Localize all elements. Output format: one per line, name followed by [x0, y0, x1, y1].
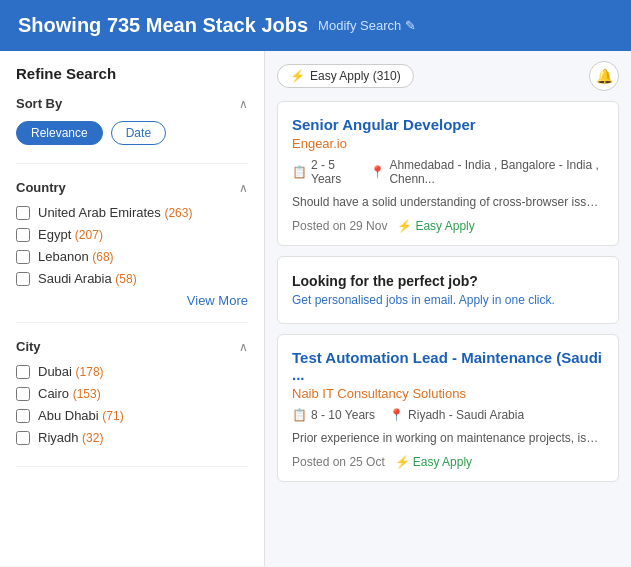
- city-riyadh-count: (32): [82, 431, 103, 445]
- city-cairo-count: (153): [73, 387, 101, 401]
- job-exp-1: 📋 2 - 5 Years: [292, 158, 356, 186]
- country-egypt-count: (207): [75, 228, 103, 242]
- job-title-2[interactable]: Test Automation Lead - Maintenance (Saud…: [292, 349, 604, 383]
- page-title: Showing 735 Mean Stack Jobs: [18, 14, 308, 37]
- country-uae-checkbox[interactable]: [16, 206, 30, 220]
- notification-button[interactable]: 🔔: [589, 61, 619, 91]
- job-posted-2: Posted on 25 Oct: [292, 455, 385, 469]
- location-icon-2: 📍: [389, 408, 404, 422]
- job-exp-value-2: 8 - 10 Years: [311, 408, 375, 422]
- company-name-1[interactable]: Engear.io: [292, 136, 604, 151]
- country-uae[interactable]: United Arab Emirates (263): [16, 205, 248, 220]
- country-lebanon-checkbox[interactable]: [16, 250, 30, 264]
- sort-by-section: Sort By ∧ Relevance Date: [16, 96, 248, 164]
- job-meta-1: 📋 2 - 5 Years 📍 Ahmedabad - India , Bang…: [292, 158, 604, 186]
- easy-apply-chip-label: Easy Apply (310): [310, 69, 401, 83]
- job-card-2: Test Automation Lead - Maintenance (Saud…: [277, 334, 619, 482]
- city-abudhabi-label: Abu Dhabi (71): [38, 408, 124, 423]
- city-cairo-label: Cairo (153): [38, 386, 101, 401]
- sort-by-label: Sort By: [16, 96, 62, 111]
- location-icon-1: 📍: [370, 165, 385, 179]
- country-lebanon-label: Lebanon (68): [38, 249, 114, 264]
- bell-icon: 🔔: [596, 68, 613, 84]
- ea-icon-1: ⚡: [397, 219, 412, 233]
- city-cairo-checkbox[interactable]: [16, 387, 30, 401]
- job-footer-2: Posted on 25 Oct ⚡ Easy Apply: [292, 455, 604, 469]
- country-uae-label: United Arab Emirates (263): [38, 205, 192, 220]
- promo-title: Looking for the perfect job?: [292, 273, 604, 289]
- easy-apply-chip-icon: ⚡: [290, 69, 305, 83]
- modify-search-link[interactable]: Modify Search ✎: [318, 18, 416, 33]
- country-egypt-checkbox[interactable]: [16, 228, 30, 242]
- company-name-2[interactable]: Naib IT Consultancy Solutions: [292, 386, 604, 401]
- country-egypt-label: Egypt (207): [38, 227, 103, 242]
- pencil-icon: ✎: [405, 18, 416, 33]
- city-abudhabi[interactable]: Abu Dhabi (71): [16, 408, 248, 423]
- country-uae-count: (263): [164, 206, 192, 220]
- country-saudi-checkbox[interactable]: [16, 272, 30, 286]
- sort-buttons: Relevance Date: [16, 121, 248, 145]
- job-loc-1: 📍 Ahmedabad - India , Bangalore - India …: [370, 158, 604, 186]
- city-header: City ∧: [16, 339, 248, 354]
- right-panel: ⚡ Easy Apply (310) 🔔 Senior Angular Deve…: [265, 51, 631, 566]
- city-riyadh-label: Riyadh (32): [38, 430, 103, 445]
- sort-chevron-icon: ∧: [239, 97, 248, 111]
- main-layout: Refine Search Sort By ∧ Relevance Date C…: [0, 51, 631, 566]
- sort-by-header: Sort By ∧: [16, 96, 248, 111]
- promo-desc: Get personalised jobs in email. Apply in…: [292, 293, 604, 307]
- city-dubai[interactable]: Dubai (178): [16, 364, 248, 379]
- city-chevron-icon: ∧: [239, 340, 248, 354]
- city-dubai-count: (178): [76, 365, 104, 379]
- job-title-1[interactable]: Senior Angular Developer: [292, 116, 604, 133]
- city-dubai-label: Dubai (178): [38, 364, 104, 379]
- job-card-1: Senior Angular Developer Engear.io 📋 2 -…: [277, 101, 619, 246]
- city-section: City ∧ Dubai (178) Cairo (153) Abu Dhabi…: [16, 339, 248, 467]
- ea-icon-2: ⚡: [395, 455, 410, 469]
- easy-apply-filter-chip[interactable]: ⚡ Easy Apply (310): [277, 64, 414, 88]
- easy-apply-badge-1: ⚡ Easy Apply: [397, 219, 474, 233]
- city-riyadh-checkbox[interactable]: [16, 431, 30, 445]
- job-desc-2: Prior experience in working on maintenan…: [292, 429, 604, 447]
- job-exp-2: 📋 8 - 10 Years: [292, 408, 375, 422]
- sidebar-title: Refine Search: [16, 65, 248, 82]
- city-cairo[interactable]: Cairo (153): [16, 386, 248, 401]
- job-posted-1: Posted on 29 Nov: [292, 219, 387, 233]
- filter-bar: ⚡ Easy Apply (310) 🔔: [277, 61, 619, 91]
- city-dubai-checkbox[interactable]: [16, 365, 30, 379]
- job-exp-value-1: 2 - 5 Years: [311, 158, 356, 186]
- job-loc-value-2: Riyadh - Saudi Arabia: [408, 408, 524, 422]
- job-meta-2: 📋 8 - 10 Years 📍 Riyadh - Saudi Arabia: [292, 408, 604, 422]
- city-abudhabi-count: (71): [102, 409, 123, 423]
- sort-date-button[interactable]: Date: [111, 121, 166, 145]
- country-saudi[interactable]: Saudi Arabia (58): [16, 271, 248, 286]
- country-saudi-count: (58): [115, 272, 136, 286]
- job-footer-1: Posted on 29 Nov ⚡ Easy Apply: [292, 219, 604, 233]
- country-lebanon[interactable]: Lebanon (68): [16, 249, 248, 264]
- city-abudhabi-checkbox[interactable]: [16, 409, 30, 423]
- city-label: City: [16, 339, 41, 354]
- country-section: Country ∧ United Arab Emirates (263) Egy…: [16, 180, 248, 323]
- country-view-more-link[interactable]: View More: [16, 293, 248, 308]
- job-desc-1: Should have a solid understanding of cro…: [292, 193, 604, 211]
- country-lebanon-count: (68): [92, 250, 113, 264]
- easy-apply-badge-2: ⚡ Easy Apply: [395, 455, 472, 469]
- city-riyadh[interactable]: Riyadh (32): [16, 430, 248, 445]
- briefcase-icon-1: 📋: [292, 165, 307, 179]
- promo-card: Looking for the perfect job? Get persona…: [277, 256, 619, 324]
- sidebar: Refine Search Sort By ∧ Relevance Date C…: [0, 51, 265, 566]
- sort-relevance-button[interactable]: Relevance: [16, 121, 103, 145]
- page-header: Showing 735 Mean Stack Jobs Modify Searc…: [0, 0, 631, 51]
- job-loc-2: 📍 Riyadh - Saudi Arabia: [389, 408, 524, 422]
- job-loc-value-1: Ahmedabad - India , Bangalore - India , …: [389, 158, 604, 186]
- country-header: Country ∧: [16, 180, 248, 195]
- country-saudi-label: Saudi Arabia (58): [38, 271, 137, 286]
- country-egypt[interactable]: Egypt (207): [16, 227, 248, 242]
- country-chevron-icon: ∧: [239, 181, 248, 195]
- briefcase-icon-2: 📋: [292, 408, 307, 422]
- country-label: Country: [16, 180, 66, 195]
